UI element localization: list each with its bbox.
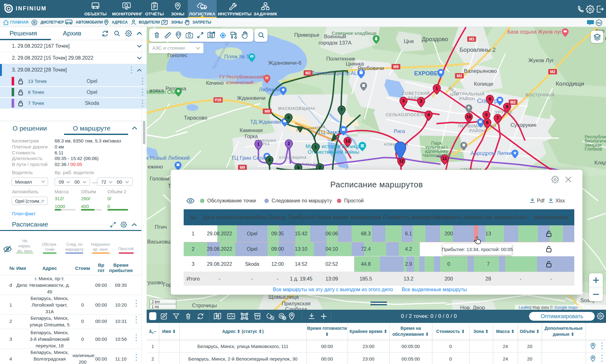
svg-text:5: 5	[297, 165, 300, 170]
svg-text:Рига: Рига	[394, 128, 405, 134]
svg-text:М9: М9	[265, 109, 270, 114]
svg-text:11: 11	[442, 156, 447, 161]
svg-text:ТИВАЛИ: ТИВАЛИ	[302, 162, 318, 166]
svg-text:6: 6	[287, 115, 290, 120]
svg-text:Аэродром Липки: Аэродром Липки	[471, 150, 512, 156]
svg-text:База отдыха Жуков луг: База отдыха Жуков луг	[507, 29, 561, 35]
svg-text:3: 3	[402, 98, 405, 103]
svg-text:2: 2	[420, 99, 422, 104]
svg-text:РАЙОН: РАЙОН	[469, 128, 485, 133]
svg-text:4: 4	[427, 112, 430, 117]
svg-text:1: 1	[436, 86, 438, 91]
svg-text:Качино: Качино	[206, 80, 224, 86]
svg-text:Птич: Птич	[155, 224, 167, 230]
svg-text:Глебков: Глебков	[585, 146, 602, 152]
svg-text:М9: М9	[240, 165, 245, 170]
svg-text:Приморье: Приморье	[294, 32, 319, 38]
svg-text:2: 2	[319, 165, 321, 170]
svg-text:1 mi: 1 mi	[152, 305, 159, 309]
svg-text:Google maps: Google maps	[555, 305, 578, 310]
svg-text:Колодищи: Колодищи	[556, 80, 584, 87]
svg-text:МАСЮКОВЩИНА: МАСЮКОВЩИНА	[278, 106, 316, 111]
svg-text:Горка: Горка	[245, 134, 258, 139]
svg-text:КУНЦЕВЩИНА: КУНЦЕВЩИНА	[279, 156, 307, 159]
svg-text:13: 13	[345, 138, 350, 143]
svg-text:СОВЕТСКИЙ: СОВЕТСКИЙ	[402, 91, 430, 96]
svg-text:H: H	[265, 76, 268, 80]
svg-text:М2: М2	[306, 71, 311, 75]
svg-text:Копище: Копище	[474, 81, 493, 87]
svg-text:2 km: 2 km	[152, 300, 160, 304]
svg-text:клинический...: клинический...	[226, 80, 257, 85]
svg-text:2: 2	[288, 141, 290, 146]
svg-text:7: 7	[496, 115, 499, 120]
svg-text:7: 7	[340, 107, 343, 112]
svg-text:М2: М2	[511, 100, 516, 104]
svg-text:10: 10	[466, 114, 471, 119]
svg-text:гушово: гушово	[147, 280, 163, 286]
svg-text:6: 6	[486, 120, 489, 125]
svg-text:Прилукская: Прилукская	[282, 301, 311, 307]
svg-text:Каменная: Каменная	[240, 128, 262, 133]
svg-text:Строчицы: Строчицы	[192, 302, 217, 308]
svg-text:ГУ Республиканский: ГУ Республиканский	[219, 74, 264, 79]
svg-text:Боровляны 2: Боровляны 2	[459, 46, 495, 53]
svg-text:1: 1	[257, 142, 260, 147]
svg-text:к Новый Лебяжий: к Новый Лебяжий	[147, 155, 190, 161]
svg-text:Нов. Двор: Нов. Двор	[460, 305, 485, 310]
svg-text:Головки: Головки	[150, 176, 170, 182]
svg-text:8: 8	[489, 96, 491, 101]
svg-text:Лебяжий: Лебяжий	[259, 87, 280, 93]
svg-text:Дроздово: Дроздово	[422, 36, 448, 42]
svg-text:Пляж № 5: Пляж № 5	[224, 54, 249, 60]
svg-text:Цна: Цна	[404, 38, 414, 44]
svg-text:Валерьяново: Валерьяново	[464, 68, 497, 74]
svg-text:9: 9	[506, 104, 508, 109]
svg-text:Кладбище: Кладбище	[594, 160, 606, 166]
svg-text:| Map data ©: | Map data ©	[530, 305, 553, 310]
svg-text:ТД Ждановичи: ТД Ждановичи	[250, 119, 287, 125]
svg-text:Цнянка: Цнянка	[346, 61, 364, 67]
svg-text:Торговый центр ALL: Торговый центр ALL	[311, 70, 360, 76]
svg-text:Р28: Р28	[215, 98, 222, 102]
svg-text:УРУЧЬЕ: УРУЧЬЕ	[495, 110, 513, 115]
svg-text:RU: RU	[597, 21, 601, 24]
svg-text:ВОСТОЧНЫЙ: ВОСТОЧНЫЙ	[526, 93, 555, 97]
svg-text:1: 1	[314, 144, 317, 149]
svg-text:Ждановичи-6: Ждановичи-6	[268, 60, 301, 66]
svg-text:EXPOBEL: EXPOBEL	[414, 70, 441, 77]
svg-text:Жуков Луг: Жуков Луг	[528, 57, 554, 63]
svg-text:городок 137А: городок 137А	[318, 40, 352, 46]
svg-text:Военный: Военный	[324, 34, 346, 40]
svg-text:Сухорукие: Сухорукие	[511, 122, 537, 128]
svg-text:Leaflet: Leaflet	[519, 305, 531, 310]
svg-text:ТЦ Грин Сити: ТЦ Грин Сити	[231, 155, 265, 161]
svg-text:М9: М9	[393, 65, 399, 69]
svg-text:?: ?	[210, 33, 212, 36]
svg-text:Robinson Club: Robinson Club	[147, 89, 178, 95]
svg-text:Щомыслица: Щомыслица	[268, 294, 299, 300]
svg-text:Тарасово: Тарасово	[184, 115, 207, 121]
svg-text:Ждановичи: Ждановичи	[237, 95, 266, 101]
svg-text:М3: М3	[457, 74, 462, 78]
svg-text:3: 3	[268, 157, 271, 162]
svg-text:РАЙОН: РАЙОН	[459, 96, 475, 101]
svg-text:М2: М2	[550, 70, 555, 74]
svg-text:5: 5	[485, 112, 488, 117]
svg-text:М3: М3	[469, 37, 474, 41]
svg-text:С: С	[605, 36, 606, 42]
svg-text:ежино: ежино	[148, 164, 163, 170]
svg-text:12: 12	[399, 158, 404, 163]
svg-text:ТЦ Замок: ТЦ Замок	[318, 129, 342, 135]
svg-text:Слобода: Слобода	[285, 306, 307, 310]
svg-text:СЕЛЬХОЗПОСЁЛОК: СЕЛЬХОЗПОСЁЛОК	[386, 112, 429, 117]
